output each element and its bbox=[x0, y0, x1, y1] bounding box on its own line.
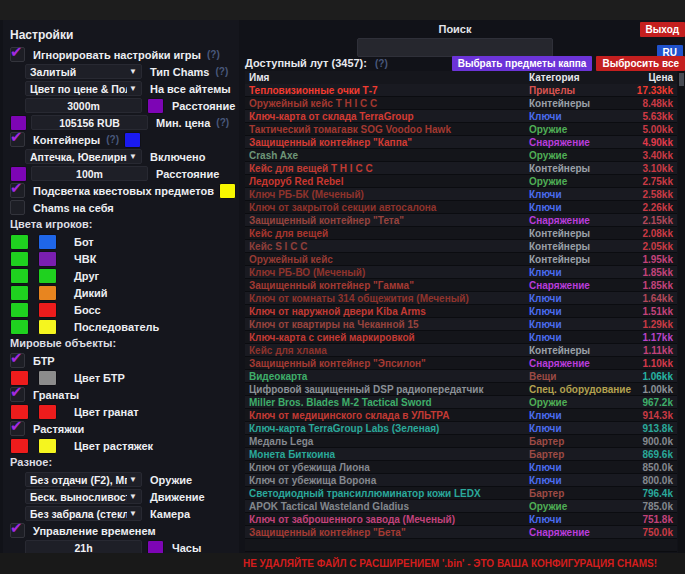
dropdown-chams-type[interactable]: Залитый▼ bbox=[25, 64, 142, 79]
self-chams-label: Chams на себя bbox=[33, 202, 114, 214]
loot-row[interactable]: Оружейный кейсКонтейнеры1.95kk bbox=[245, 253, 677, 266]
loot-row[interactable]: Ключ от убежища ЛионаКлючи850.0k bbox=[245, 461, 677, 474]
checkbox-time-control[interactable]: ✔ bbox=[10, 523, 25, 538]
checkbox-tripwires[interactable]: ✔ bbox=[10, 421, 25, 436]
color-bot-swatch-2[interactable] bbox=[38, 234, 57, 250]
color-friend-swatch-1[interactable] bbox=[10, 268, 29, 284]
color-boss-swatch-2[interactable] bbox=[38, 302, 57, 318]
loot-row[interactable]: Монета БиткоинаБартер869.6k bbox=[245, 448, 677, 461]
column-header-category[interactable]: Категория bbox=[529, 72, 629, 83]
items-distance-color-swatch[interactable] bbox=[147, 98, 164, 114]
loot-row[interactable]: Ключ РБ-ВО (Меченый)Ключи1.85kk bbox=[245, 266, 677, 279]
dropdown-weapon-mods[interactable]: Без отдачи (F2), Мгновенное п▼ bbox=[25, 472, 142, 487]
loot-row[interactable]: Цифровой защищенный DSP радиопередатчикС… bbox=[245, 383, 677, 396]
color-boss-swatch-1[interactable] bbox=[10, 302, 29, 318]
loot-help-icon[interactable]: (?) bbox=[375, 58, 388, 69]
quest-highlight-color-swatch[interactable] bbox=[219, 183, 236, 199]
loot-row[interactable]: Защищенный контейнер "Эпсилон"Снаряжение… bbox=[245, 357, 677, 370]
checkbox-containers[interactable]: ✔ bbox=[10, 132, 25, 147]
help-icon[interactable]: (?) bbox=[106, 134, 119, 145]
color-follower-swatch-1[interactable] bbox=[10, 319, 29, 335]
containers-color-swatch[interactable] bbox=[124, 132, 141, 148]
loot-row[interactable]: Ключ-карта от склада TerraGroupКлючи5.63… bbox=[245, 110, 677, 123]
checkbox-quest-highlight[interactable]: ✔ bbox=[10, 183, 25, 198]
color-bot-swatch-1[interactable] bbox=[10, 234, 29, 250]
help-icon[interactable]: (?) bbox=[216, 117, 229, 128]
item-price: 796.4k bbox=[629, 488, 677, 499]
loot-row[interactable]: ВидеокартаВещи1.06kk bbox=[245, 370, 677, 383]
exit-button[interactable]: Выход bbox=[640, 22, 685, 37]
item-category: Снаряжение bbox=[529, 358, 629, 369]
column-header-name[interactable]: Имя bbox=[245, 72, 529, 83]
column-header-price[interactable]: Цена bbox=[629, 72, 677, 83]
item-name: Ключ РБ-БК (Меченый) bbox=[245, 189, 529, 200]
drop-all-button[interactable]: Выбросить все bbox=[596, 56, 685, 71]
setting-grenades: ✔Гранаты bbox=[7, 386, 239, 403]
loot-row[interactable]: Защищенный контейнер "Тета"Снаряжение2.1… bbox=[245, 214, 677, 227]
dropdown-all-items-mode[interactable]: Цвет по цене & Пользователь▼ bbox=[25, 81, 142, 96]
item-name: Ключ-карта TerraGroup Labs (Зеленая) bbox=[245, 423, 529, 434]
input-items-distance[interactable]: 3000m bbox=[25, 98, 142, 113]
color-scav-swatch-1[interactable] bbox=[10, 285, 29, 301]
item-price: 4.90kk bbox=[629, 137, 677, 148]
table-scrollbar[interactable] bbox=[678, 71, 685, 553]
loot-row[interactable]: Ключ от медицинского склада в УЛЬТРАКлюч… bbox=[245, 409, 677, 422]
ignore-game-settings-label: Игнорировать настройки игры bbox=[33, 49, 201, 61]
color-friend-label: Друг bbox=[74, 270, 99, 282]
loot-row[interactable]: Ключ от закрытой секции автосалонаКлючи2… bbox=[245, 201, 677, 214]
btr-color-swatch-2[interactable] bbox=[38, 370, 57, 386]
loot-row[interactable]: Ключ от комнаты 314 общежития (Меченый)К… bbox=[245, 292, 677, 305]
loot-row[interactable]: Ключ РБ-БК (Меченый)Ключи2.58kk bbox=[245, 188, 677, 201]
dropdown-camera-mods[interactable]: Без забрала (стекло шлема)▼ bbox=[25, 506, 142, 521]
loot-row[interactable]: Ключ от заброшенного завода (Меченый)Клю… bbox=[245, 513, 677, 526]
checkbox-grenades[interactable]: ✔ bbox=[10, 387, 25, 402]
color-follower-swatch-2[interactable] bbox=[38, 319, 57, 335]
color-pmc-swatch-2[interactable] bbox=[38, 251, 57, 267]
loot-row[interactable]: Оружейный кейс T H I C CКонтейнеры8.48kk bbox=[245, 97, 677, 110]
loot-row[interactable]: Кейс S I C CКонтейнеры2.05kk bbox=[245, 240, 677, 253]
item-category: Бартер bbox=[529, 436, 629, 447]
loot-row[interactable]: Медаль LegaБартер900.0k bbox=[245, 435, 677, 448]
loot-row[interactable]: Ключ от наружной двери Kiba ArmsКлючи1.5… bbox=[245, 305, 677, 318]
loot-row[interactable]: Ключ-карта TerraGroup Labs (Зеленая)Ключ… bbox=[245, 422, 677, 435]
loot-row[interactable]: Ключ от убежища ВоронаКлючи800.0k bbox=[245, 474, 677, 487]
color-pmc-swatch-1[interactable] bbox=[10, 251, 29, 267]
color-friend-swatch-2[interactable] bbox=[38, 268, 57, 284]
loot-row[interactable]: Защищенный контейнер "Бета"Снаряжение750… bbox=[245, 526, 677, 539]
checkbox-btr[interactable]: ✔ bbox=[10, 353, 25, 368]
loot-row[interactable]: Кейс для вещей T H I C CКонтейнеры3.10kk bbox=[245, 162, 677, 175]
loot-row[interactable]: Кейс для хламаКонтейнеры1.11kk bbox=[245, 344, 677, 357]
item-price: 1.85kk bbox=[629, 267, 677, 278]
tripwire-color-swatch-1[interactable] bbox=[10, 438, 29, 454]
loot-row[interactable]: Тепловизионные очки Т-7Прицелы17.33kk bbox=[245, 84, 677, 97]
help-icon[interactable]: (?) bbox=[215, 66, 228, 77]
loot-row[interactable]: APOK Tactical Wasteland GladiusОружие785… bbox=[245, 500, 677, 513]
loot-row[interactable]: Ледоруб Red RebelОружие2.75kk bbox=[245, 175, 677, 188]
loot-row[interactable]: Кейс для вещейКонтейнеры2.08kk bbox=[245, 227, 677, 240]
checkbox-self-chams[interactable] bbox=[10, 200, 25, 215]
dropdown-movement-mods[interactable]: Беск. выносливость и нет уста▼ bbox=[25, 489, 142, 504]
item-category: Оружие bbox=[529, 150, 629, 161]
color-scav-swatch-2[interactable] bbox=[38, 285, 57, 301]
dropdown-containers-filter[interactable]: Аптечка, Ювелирные и...▼ bbox=[25, 149, 142, 164]
loot-row[interactable]: Miller Bros. Blades M-2 Tactical SwordОр… bbox=[245, 396, 677, 409]
loot-row[interactable]: Светодиодный трансиллюминатор кожи LEDXБ… bbox=[245, 487, 677, 500]
input-containers-distance[interactable]: 100m bbox=[31, 166, 148, 181]
loot-row[interactable] bbox=[245, 539, 677, 552]
loot-row[interactable]: Защищенный контейнер "Гамма"Снаряжение1.… bbox=[245, 279, 677, 292]
select-kappa-items-button[interactable]: Выбрать предметы каппа bbox=[452, 56, 593, 71]
loot-row[interactable]: Защищенный контейнер "Каппа"Снаряжение4.… bbox=[245, 136, 677, 149]
checkbox-ignore-game-settings[interactable]: ✔ bbox=[10, 47, 25, 62]
loot-row[interactable]: Crash AxeОружие3.40kk bbox=[245, 149, 677, 162]
grenade-color-swatch-2[interactable] bbox=[38, 404, 57, 420]
item-name: Тактический томагавк SOG Voodoo Hawk bbox=[245, 124, 529, 135]
input-min-price[interactable]: 105156 RUB bbox=[31, 115, 148, 130]
loot-row[interactable]: Ключ от квартиры на Чеканной 15Ключи1.29… bbox=[245, 318, 677, 331]
item-category: Контейнеры bbox=[529, 98, 629, 109]
tripwire-color-swatch-2[interactable] bbox=[38, 438, 57, 454]
help-icon[interactable]: (?) bbox=[207, 49, 220, 60]
loot-row[interactable]: Тактический томагавк SOG Voodoo HawkОруж… bbox=[245, 123, 677, 136]
loot-row[interactable]: Ключ-карта с синей маркировкойКлючи1.17k… bbox=[245, 331, 677, 344]
chevron-down-icon: ▼ bbox=[129, 475, 137, 484]
scrollbar-thumb[interactable] bbox=[679, 73, 684, 86]
